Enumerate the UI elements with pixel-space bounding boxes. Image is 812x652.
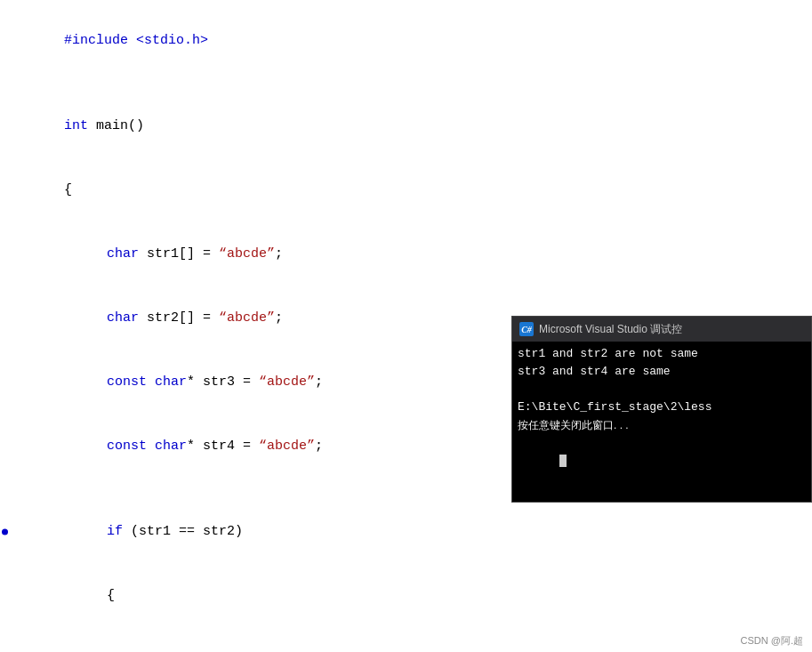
token: “abcde”	[219, 246, 275, 262]
terminal-body: str1 and str2 are not same str3 and str4…	[512, 342, 811, 491]
code-line-3: int main()	[0, 94, 812, 158]
token: if	[107, 524, 123, 539]
terminal-window: C# Microsoft Visual Studio 调试控 str1 and …	[511, 316, 812, 503]
token	[147, 439, 155, 454]
token: char	[107, 246, 139, 262]
cursor	[559, 455, 567, 467]
token: #include	[64, 33, 136, 48]
code-line-1: #include <stdio.h>	[0, 9, 812, 73]
terminal-line-2: str3 and str4 are same	[518, 363, 806, 381]
watermark: CSDN @阿.超	[741, 634, 803, 648]
token: “abcde”	[259, 439, 315, 454]
token: char	[155, 374, 187, 390]
token: const	[107, 374, 147, 390]
terminal-cursor-line	[518, 434, 806, 487]
token: str1[] =	[139, 246, 219, 262]
code-line-10: if (str1 == str2)	[0, 500, 812, 564]
vs-icon: C#	[519, 322, 534, 336]
token	[147, 374, 155, 390]
breakpoint-marker	[2, 529, 8, 535]
terminal-line-4: E:\Bite\C_first_stage\2\less	[518, 398, 806, 416]
token: {	[107, 588, 115, 603]
token: “abcde”	[219, 310, 275, 326]
token: ;	[315, 439, 323, 454]
token: “abcde”	[259, 374, 315, 390]
token: * str4 =	[187, 439, 259, 454]
terminal-line-5: 按任意键关闭此窗口. . .	[518, 416, 806, 434]
token: main()	[88, 118, 144, 133]
code-line-12: printf(“str1 and str2 are same\n”);	[0, 628, 812, 652]
token: const	[107, 439, 147, 454]
token: ;	[275, 310, 283, 326]
token: char	[155, 439, 187, 454]
terminal-title: Microsoft Visual Studio 调试控	[539, 322, 682, 337]
terminal-line-3	[518, 381, 806, 398]
token: char	[107, 310, 139, 326]
token: <stdio.h>	[136, 33, 208, 48]
code-line-2	[0, 73, 812, 94]
token: {	[64, 182, 72, 197]
token: (str1 == str2)	[123, 524, 243, 539]
code-line-11: {	[0, 564, 812, 628]
token: ;	[275, 246, 283, 262]
terminal-line-1: str1 and str2 are not same	[518, 345, 806, 363]
token: int	[64, 118, 88, 133]
token: str2[] =	[139, 310, 219, 326]
code-line-5: char str1[] = “abcde”;	[0, 222, 812, 286]
terminal-titlebar: C# Microsoft Visual Studio 调试控	[512, 317, 811, 342]
code-line-4: {	[0, 158, 812, 222]
token: * str3 =	[187, 374, 259, 390]
token: ;	[315, 374, 323, 390]
